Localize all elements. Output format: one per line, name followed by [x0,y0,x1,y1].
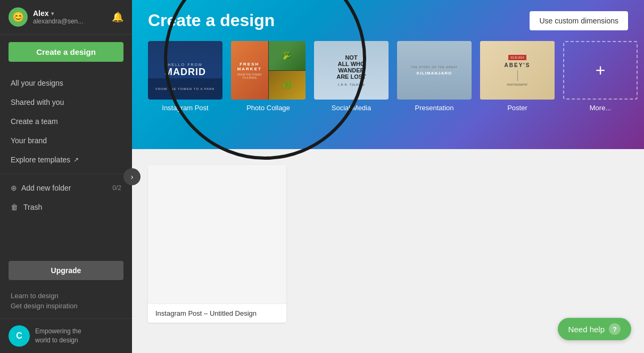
poster-thumb: 03.20.2014 ABEY'S PHOTOGRAPHY [480,41,555,100]
external-link-icon: ↗ [73,156,79,163]
canva-branding: C Empowering theworld to design [0,318,132,353]
need-help-button[interactable]: Need help ? [558,318,631,340]
canva-logo: C [9,325,30,347]
sidebar-item-all-designs[interactable]: All your designs [0,73,132,93]
collage-label: Photo Collage [246,104,290,117]
sidebar-nav: All your designs Shared with you Create … [0,69,132,256]
hero-top: Create a design Use custom dimensions [148,11,628,30]
presentation-thumb-visual: THE STORY OF THE GREAT KILIMANJARO [397,41,472,100]
template-photo-collage[interactable]: FRESH MARKET FROM THE TOWER TO A PARIS 🥦… [231,41,306,117]
social-thumb: NOTALL WHOWANDERARE LOST J.R.R. TOLKIEN [314,41,389,100]
thumb-subtitle: FROM THE TOWER TO A PARK [155,87,214,91]
collage-cell-2: 🥦 [269,41,306,70]
collage-text: FRESH MARKET [235,62,264,71]
upgrade-button[interactable]: Upgrade [9,261,123,280]
poster-date: 03.20.2014 [508,55,526,60]
page-title: Create a design [148,11,275,30]
presentation-thumb: THE STORY OF THE GREAT KILIMANJARO [397,41,472,100]
create-team-label: Create a team [11,117,58,126]
template-instagram-post[interactable]: HELLO FROM MADRID FROM THE TOWER TO A PA… [148,41,222,117]
sidebar-item-shared[interactable]: Shared with you [0,93,132,112]
main-content: Create a design Use custom dimensions HE… [132,0,644,353]
design-templates-row: HELLO FROM MADRID FROM THE TOWER TO A PA… [148,41,628,117]
poster-label: Poster [507,104,527,117]
instagram-post-thumb: HELLO FROM MADRID FROM THE TOWER TO A PA… [148,41,222,100]
folder-left: ⊕ Add new folder [11,184,71,192]
sidebar-item-your-brand[interactable]: Your brand [0,131,132,150]
social-media-label: Social Media [332,104,371,117]
divider [0,174,132,174]
collage-cell-1: FRESH MARKET FROM THE TOWER TO A PARIS [231,41,268,100]
sidebar-item-trash[interactable]: 🗑 Trash [0,198,132,217]
user-email: alexandra@sen... [33,18,83,25]
poster-thumb-visual: 03.20.2014 ABEY'S PHOTOGRAPHY [480,41,555,100]
hero-banner: Create a design Use custom dimensions HE… [132,0,644,149]
your-brand-label: Your brand [11,136,47,145]
instagram-post-label: Instagram Post [162,104,208,117]
trash-icon: 🗑 [11,203,18,211]
dropdown-arrow-icon[interactable]: ▾ [51,11,54,17]
avatar: 😊 [9,7,28,27]
plus-icon: + [596,61,606,80]
template-presentation[interactable]: THE STORY OF THE GREAT KILIMANJARO Prese… [397,41,472,117]
template-social-media[interactable]: NOTALL WHOWANDERARE LOST J.R.R. TOLKIEN … [314,41,389,117]
need-help-label: Need help [568,325,605,334]
poster-line [517,70,518,81]
social-thumb-visual: NOTALL WHOWANDERARE LOST J.R.R. TOLKIEN [314,41,389,100]
help-question-icon: ? [609,323,621,335]
design-inspiration-link[interactable]: Get design inspiration [11,302,121,310]
trash-label: Trash [23,203,42,211]
poster-subtitle: PHOTOGRAPHY [507,83,528,86]
pres-content: THE STORY OF THE GREAT KILIMANJARO [406,60,463,81]
add-folder-label: Add new folder [21,184,71,192]
more-thumb: + [563,41,638,100]
learn-to-design-link[interactable]: Learn to design [11,292,121,300]
notification-bell-icon[interactable]: 🔔 [112,11,123,23]
sidebar-collapse-arrow[interactable]: › [123,168,141,185]
instagram-thumb-visual: HELLO FROM MADRID FROM THE TOWER TO A PA… [148,41,222,100]
folder-count: 0/2 [112,184,121,192]
sidebar-item-create-team[interactable]: Create a team [0,112,132,131]
sidebar-footer: Learn to design Get design inspiration [0,285,132,318]
template-more[interactable]: + More... [563,41,638,117]
presentation-label: Presentation [415,104,454,117]
user-text: Alex ▾ alexandra@sen... [33,9,83,25]
thumb-madrid: MADRID [164,67,206,78]
create-design-button[interactable]: Create a design [9,42,123,62]
collage-cell-3: 🌿 [269,71,306,100]
social-wander-text: NOTALL WHOWANDERARE LOST [336,54,366,80]
template-poster[interactable]: 03.20.2014 ABEY'S PHOTOGRAPHY Poster [480,41,555,117]
custom-dimensions-button[interactable]: Use custom dimensions [530,11,628,30]
poster-name: ABEY'S [505,62,531,68]
sidebar-header: 😊 Alex ▾ alexandra@sen... 🔔 [0,0,132,35]
canva-tagline: Empowering theworld to design [35,327,81,345]
social-author: J.R.R. TOLKIEN [338,83,365,86]
pres-kilimanjaro: KILIMANJARO [411,71,458,76]
user-name: Alex ▾ [33,9,83,18]
explore-label: Explore templates [11,155,70,164]
sidebar-item-explore-templates[interactable]: Explore templates ↗ [0,150,132,169]
more-label: More... [590,104,611,117]
thumb-hello: HELLO FROM [168,63,203,67]
design-card-thumbnail [148,165,286,303]
design-card-label: Instagram Post – Untitled Design [148,303,286,323]
user-info: 😊 Alex ▾ alexandra@sen... [9,7,83,27]
all-designs-label: All your designs [11,79,63,87]
add-folder-item[interactable]: ⊕ Add new folder 0/2 [0,178,132,198]
design-card[interactable]: Instagram Post – Untitled Design [148,165,286,323]
collage-thumb-visual: FRESH MARKET FROM THE TOWER TO A PARIS 🥦… [231,41,306,100]
plus-circle-icon: ⊕ [11,184,17,192]
shared-label: Shared with you [11,98,64,106]
sidebar: 😊 Alex ▾ alexandra@sen... 🔔 Create a des… [0,0,132,353]
collage-thumb: FRESH MARKET FROM THE TOWER TO A PARIS 🥦… [231,41,306,100]
